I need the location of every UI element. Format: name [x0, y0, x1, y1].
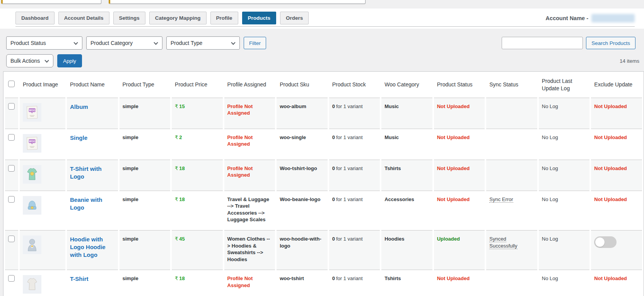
woo-category: Accessories: [384, 196, 414, 202]
cutoff-input-2[interactable]: [109, 0, 366, 4]
product-type: simple: [123, 196, 138, 202]
exclude-update-toggle[interactable]: [594, 236, 617, 248]
product-sku: woo-single: [280, 134, 306, 140]
table-row: T-Shirt simple ₹18 Profile Not Assigned …: [5, 270, 642, 296]
account-name-redacted-value: [591, 14, 635, 22]
product-status: Not Uploaded: [437, 134, 470, 140]
product-update-log: No Log: [542, 103, 558, 109]
row-checkbox[interactable]: [8, 134, 15, 141]
product-stock-qty: 0: [332, 275, 335, 281]
apply-button[interactable]: Apply: [57, 54, 82, 67]
product-stock-qty: 0: [332, 103, 335, 109]
column-header: Exclude Update: [591, 72, 642, 98]
row-checkbox-cell: [5, 191, 18, 230]
product-thumbnail[interactable]: [23, 275, 41, 294]
row-checkbox[interactable]: [8, 165, 15, 172]
table-header-row: Product ImageProduct NameProduct TypePro…: [5, 72, 642, 98]
row-checkbox[interactable]: [8, 196, 15, 203]
product-stock-note: for 1 variant: [336, 134, 363, 140]
product-price: 45: [179, 236, 184, 242]
tab-bar: DashboardAccount DetailsSettingsCategory…: [0, 9, 644, 29]
row-checkbox-cell: [5, 270, 18, 296]
profile-assigned: Profile Not Assigned: [227, 103, 253, 116]
product-sku: woo-album: [280, 103, 306, 109]
tab-account-details[interactable]: Account Details: [58, 12, 109, 24]
product-image-cell: [20, 270, 65, 296]
currency-symbol: ₹: [175, 165, 178, 171]
product-stock-qty: 0: [332, 196, 335, 202]
product-price: 18: [179, 275, 184, 281]
product-thumbnail[interactable]: [23, 165, 41, 184]
profile-assigned: Travel & Luggage --> Travel Accessories …: [227, 196, 269, 223]
row-checkbox-cell: [5, 230, 18, 270]
currency-symbol: ₹: [175, 103, 178, 109]
profile-assigned: Profile Not Assigned: [227, 275, 253, 288]
woo-category: Hoodies: [384, 236, 404, 242]
product-name-link[interactable]: Single: [70, 134, 87, 141]
product-status: Not Uploaded: [437, 275, 470, 281]
tab-products[interactable]: Products: [242, 12, 277, 24]
tab-category-mapping[interactable]: Category Mapping: [149, 12, 207, 24]
product-category-select[interactable]: Product Category: [86, 36, 162, 50]
column-header: Product Status: [434, 72, 485, 98]
woo-category: Tshirts: [384, 275, 401, 281]
product-update-log: No Log: [542, 196, 558, 202]
product-image-icon: [24, 197, 40, 213]
product-update-log: No Log: [542, 236, 558, 242]
product-name-link[interactable]: T-Shirt with Logo: [70, 165, 102, 180]
column-header: Product Name: [67, 72, 118, 98]
filter-button[interactable]: Filter: [244, 37, 266, 49]
tab-profile[interactable]: Profile: [210, 12, 238, 24]
product-price: 2: [179, 134, 182, 140]
search-input[interactable]: [502, 37, 583, 49]
profile-assigned: Women Clothes --> Hoodies & Sweatshirts …: [227, 236, 270, 262]
table-row: Beanie with Logo simple ₹18 Travel & Lug…: [5, 191, 642, 230]
chevron-down-icon: [73, 40, 78, 45]
product-image-icon: [24, 104, 40, 120]
tab-orders[interactable]: Orders: [280, 12, 309, 24]
product-status-select[interactable]: Product Status: [6, 36, 82, 50]
sync-status[interactable]: Synced Successfully: [489, 236, 517, 249]
tab-dashboard[interactable]: Dashboard: [15, 12, 55, 24]
product-thumbnail[interactable]: [23, 196, 41, 215]
bulk-actions-row: Bulk Actions Apply 14 items: [6, 54, 641, 67]
column-header: Profile Assigned: [224, 72, 275, 98]
product-status: Not Uploaded: [437, 165, 470, 171]
row-checkbox[interactable]: [8, 236, 15, 242]
product-stock-note: for 1 variant: [336, 275, 363, 281]
product-status: Not Uploaded: [437, 103, 470, 109]
product-thumbnail[interactable]: [23, 134, 41, 153]
search-products-button[interactable]: Search Products: [586, 37, 635, 49]
sync-status[interactable]: Sync Error: [489, 196, 513, 203]
row-checkbox[interactable]: [8, 275, 15, 282]
product-type: simple: [123, 275, 138, 281]
product-type-select[interactable]: Product Type: [166, 36, 240, 50]
profile-assigned: Profile Not Assigned: [227, 165, 253, 178]
product-stock-qty: 0: [332, 236, 335, 242]
row-checkbox[interactable]: [8, 103, 15, 110]
product-sku: woo-tshirt: [280, 275, 304, 281]
product-image-icon: [24, 276, 40, 293]
profile-assigned: Profile Not Assigned: [227, 134, 253, 147]
woo-category: Music: [384, 103, 399, 109]
product-stock-note: for 1 variant: [336, 196, 363, 202]
product-name-link[interactable]: Hoodie with Logo Hoodie with Logo: [70, 236, 106, 258]
product-update-log: No Log: [542, 275, 558, 281]
product-thumbnail[interactable]: [23, 236, 41, 254]
product-price: 18: [179, 165, 184, 171]
account-name-label: Account Name -: [546, 15, 588, 21]
product-name-link[interactable]: Beanie with Logo: [70, 196, 102, 211]
column-header: Product Sku: [277, 72, 328, 98]
bulk-actions-select[interactable]: Bulk Actions: [6, 54, 53, 67]
product-name-link[interactable]: Album: [70, 103, 88, 110]
product-name-link[interactable]: T-Shirt: [70, 275, 89, 282]
select-all-checkbox[interactable]: [8, 81, 15, 87]
cutoff-input-1[interactable]: [1, 0, 101, 4]
tab-settings[interactable]: Settings: [113, 12, 145, 24]
chevron-down-icon: [154, 40, 158, 45]
product-image-cell: [20, 129, 65, 160]
product-category-select-value: Product Category: [91, 40, 133, 46]
exclude-update-text: Not Uploaded: [594, 165, 627, 171]
woo-category: Tshirts: [384, 165, 401, 171]
product-thumbnail[interactable]: [23, 103, 41, 122]
